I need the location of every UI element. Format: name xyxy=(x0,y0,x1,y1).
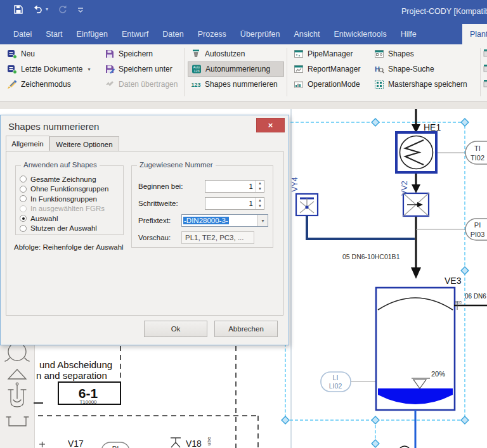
spin-down-icon[interactable]: ▼ xyxy=(256,203,264,209)
ribbon-button-speichern[interactable]: Speichern xyxy=(101,46,181,61)
ribbon-label: OperationMode xyxy=(308,80,360,89)
radio-label: Stutzen der Auswahl xyxy=(30,224,97,232)
ribbon-button-shapes-nummerieren[interactable]: 123 Shapes nummerieren xyxy=(188,77,284,92)
spinner-control[interactable]: ▲▼ xyxy=(256,181,264,192)
ribbon-button-autostutzen[interactable]: Autostutzen xyxy=(188,46,284,61)
undo-button[interactable]: ▾ xyxy=(32,4,48,14)
dialog-close-button[interactable]: × xyxy=(256,118,285,132)
instrument-bubble-ti02[interactable]: TI TI02 xyxy=(465,141,487,164)
tab-prozess[interactable]: Prozess xyxy=(191,24,233,44)
auto-number-icon: Auto123 xyxy=(192,64,202,74)
ribbon-label: Daten übertragen xyxy=(119,80,178,89)
label-pipe06: 06 DN6 xyxy=(465,293,486,300)
vorschau-field: PL1, TE2, PC3, ... xyxy=(181,231,254,244)
radio-label: In Funktionsgruppen xyxy=(30,195,97,203)
radio-icon xyxy=(20,225,27,232)
tab-ueberpruefen[interactable]: Überprüfen xyxy=(233,24,287,44)
radio-in-ausgewaehlten-fgrs-disabled[interactable]: In ausgewählten FGRs xyxy=(16,204,123,214)
heat-exchanger-he1[interactable] xyxy=(396,132,436,172)
radio-gesamte-zeichnung[interactable]: Gesamte Zeichnung xyxy=(16,174,123,184)
radio-in-funktionsgruppen[interactable]: In Funktionsgruppen xyxy=(16,194,123,204)
combo-dropdown-button[interactable]: ▾ xyxy=(257,215,268,226)
tab-daten[interactable]: Daten xyxy=(155,24,190,44)
undo-dropdown-caret[interactable]: ▾ xyxy=(46,6,48,12)
radio-stutzen-der-auswahl[interactable]: Stutzen der Auswahl xyxy=(16,224,123,234)
ribbon-label: PipeManager xyxy=(308,49,353,58)
ribbon-button-operationmode[interactable]: OperationMode xyxy=(290,77,363,92)
tab-datei[interactable]: Datei xyxy=(6,24,39,44)
dialog-tab-panel: Anwenden auf Shapes Gesamte Zeichnung Oh… xyxy=(6,151,283,316)
prefixtext-label: Prefixtext: xyxy=(138,217,171,224)
ribbon-label: Shapes nummerieren xyxy=(205,80,278,89)
sequence-note: Abfolge: Reihenfolge der Auswahl xyxy=(14,243,124,251)
tab-start[interactable]: Start xyxy=(39,24,69,44)
radio-ohne-funktionsgruppen[interactable]: Ohne Funktionsgruppen xyxy=(16,184,123,195)
cancel-button[interactable]: Abbrechen xyxy=(214,321,278,337)
ribbon-label: Shape-Suche xyxy=(388,65,434,74)
selection-handle[interactable] xyxy=(461,267,469,274)
tab-entwurf[interactable]: Entwurf xyxy=(115,24,155,44)
blue-pipe[interactable] xyxy=(307,216,415,239)
chevron-down-icon: ▾ xyxy=(261,218,264,224)
ribbon-button-speichern-unter[interactable]: Speichern unter xyxy=(101,61,181,77)
valve-vy4[interactable] xyxy=(296,194,318,215)
ok-button[interactable]: Ok xyxy=(144,321,207,337)
spin-down-icon[interactable]: ▼ xyxy=(256,186,264,192)
ribbon-button-mastershape-speichern[interactable]: Mastershape speichern xyxy=(371,77,471,92)
prefixtext-combobox[interactable]: -DIN28000-3- ▾ xyxy=(181,214,268,227)
radio-label: Auswahl xyxy=(30,215,58,222)
instrument-bubble-pi03[interactable]: PI PI03 xyxy=(465,219,487,240)
tab-entwicklertools[interactable]: Entwicklertools xyxy=(327,24,393,44)
ribbon-button-neu[interactable]: Neu xyxy=(4,46,93,61)
selection-handle[interactable] xyxy=(461,416,469,424)
ribbon-button-reportmanager[interactable]: ReportManager xyxy=(290,61,363,77)
transfer-data-icon xyxy=(105,79,115,89)
ribbon-label: Neu xyxy=(21,49,35,58)
sheet-reference-box[interactable]: 6-1 T10000 xyxy=(58,382,120,405)
schrittweite-input[interactable]: 1 ▲▼ xyxy=(205,197,264,210)
radio-icon xyxy=(20,205,27,212)
dialog-tab-allgemein[interactable]: Allgemein xyxy=(6,136,49,151)
partial-instrument-bubble-pi[interactable]: PI xyxy=(101,442,129,448)
ribbon-button-autonummerierung-highlighted[interactable]: Auto123 Autonummerierung xyxy=(188,61,284,77)
dialog-tab-weitere-optionen[interactable]: Weitere Optionen xyxy=(49,136,119,151)
ribbon-button-shape-suche[interactable]: H Shape-Suche xyxy=(371,61,471,77)
spin-up-icon[interactable]: ▲ xyxy=(256,198,264,203)
vessel-ve3[interactable] xyxy=(376,288,455,410)
ribbon-button-daten-uebertragen-disabled[interactable]: Daten übertragen xyxy=(101,77,181,92)
number-123-icon: 123 xyxy=(191,79,201,89)
radio-auswahl-selected[interactable]: Auswahl xyxy=(16,214,123,224)
tab-plantengineer-active[interactable]: PlantE xyxy=(462,24,487,44)
redo-button-disabled[interactable] xyxy=(58,4,67,14)
customize-qat-button[interactable] xyxy=(77,6,84,13)
ribbon-label: Zeichenmodus xyxy=(21,80,71,89)
tab-ansicht[interactable]: Ansicht xyxy=(287,24,327,44)
ribbon-tab-row: Datei Start Einfügen Entwurf Daten Proze… xyxy=(0,24,487,44)
apply-group-box: Anwenden auf Shapes Gesamte Zeichnung Oh… xyxy=(15,165,124,235)
ribbon-separator xyxy=(184,48,185,96)
spinner-control[interactable]: ▲▼ xyxy=(256,198,264,209)
beginnen-bei-input[interactable]: 1 ▲▼ xyxy=(205,180,264,193)
spin-up-icon[interactable]: ▲ xyxy=(256,181,264,186)
valve-symbol-v18[interactable] xyxy=(171,438,181,447)
valve-vv2[interactable] xyxy=(403,193,429,216)
ribbon-button-letzte-dokumente[interactable]: Letzte Dokumente ▾ xyxy=(4,61,93,77)
tab-hilfe[interactable]: Hilfe xyxy=(394,24,424,44)
ribbon-button-pipemanager[interactable]: PipeManager xyxy=(290,46,363,61)
title-block-text-en: n and separation xyxy=(36,370,107,381)
selection-handle[interactable] xyxy=(461,118,469,126)
instrument-text: LI xyxy=(333,374,339,381)
ribbon-button-zeichenmodus[interactable]: Zeichenmodus xyxy=(4,77,93,92)
instrument-bubble-li02[interactable]: LI LI02 xyxy=(321,372,351,392)
instrument-text: PI xyxy=(474,221,481,229)
selection-handle[interactable] xyxy=(372,440,379,447)
ribbon-button-shapes[interactable]: Shapes xyxy=(371,46,471,61)
save-button[interactable] xyxy=(14,5,23,14)
selection-handle[interactable] xyxy=(282,416,289,424)
instrument-text: LI02 xyxy=(329,382,342,390)
tab-einfuegen[interactable]: Einfügen xyxy=(70,24,115,44)
sheet-tag: T10000 xyxy=(79,399,97,405)
radio-icon-selected xyxy=(20,215,27,222)
selection-handle[interactable] xyxy=(372,118,379,126)
selection-handle[interactable] xyxy=(372,416,379,424)
